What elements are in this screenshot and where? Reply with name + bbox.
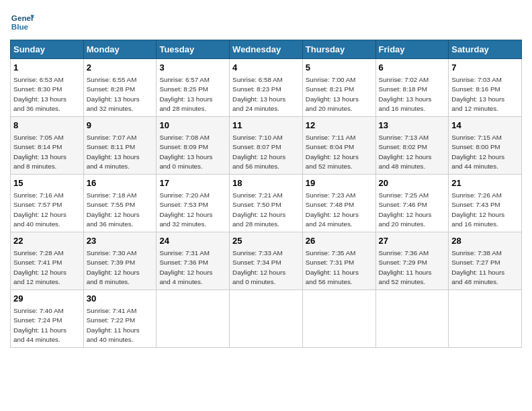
day-info: Sunrise: 7:40 AM Sunset: 7:24 PM Dayligh… <box>13 306 81 345</box>
day-number: 21 <box>451 177 519 189</box>
calendar-cell <box>302 290 375 348</box>
day-info: Sunrise: 7:30 AM Sunset: 7:39 PM Dayligh… <box>87 248 154 287</box>
calendar-table: SundayMondayTuesdayWednesdayThursdayFrid… <box>10 40 522 348</box>
day-info: Sunrise: 7:11 AM Sunset: 8:04 PM Dayligh… <box>306 133 373 171</box>
calendar-cell: 28Sunrise: 7:38 AM Sunset: 7:27 PM Dayli… <box>449 232 522 290</box>
svg-text:General: General <box>11 13 34 22</box>
day-info: Sunrise: 7:23 AM Sunset: 7:48 PM Dayligh… <box>306 191 373 229</box>
header-cell-thursday: Thursday <box>302 40 375 59</box>
day-info: Sunrise: 7:00 AM Sunset: 8:21 PM Dayligh… <box>306 75 373 113</box>
day-info: Sunrise: 6:57 AM Sunset: 8:25 PM Dayligh… <box>159 75 226 113</box>
calendar-cell: 10Sunrise: 7:08 AM Sunset: 8:09 PM Dayli… <box>157 117 230 175</box>
day-info: Sunrise: 7:36 AM Sunset: 7:29 PM Dayligh… <box>379 248 446 287</box>
day-number: 20 <box>379 177 446 189</box>
calendar-cell <box>449 290 522 348</box>
day-info: Sunrise: 7:26 AM Sunset: 7:43 PM Dayligh… <box>451 191 519 229</box>
calendar-cell <box>157 290 230 348</box>
day-number: 10 <box>159 120 226 132</box>
calendar-cell: 13Sunrise: 7:13 AM Sunset: 8:02 PM Dayli… <box>375 117 449 175</box>
day-info: Sunrise: 7:05 AM Sunset: 8:14 PM Dayligh… <box>13 133 81 171</box>
calendar-cell: 6Sunrise: 7:02 AM Sunset: 8:18 PM Daylig… <box>375 59 449 117</box>
header-cell-wednesday: Wednesday <box>230 40 303 59</box>
day-info: Sunrise: 7:25 AM Sunset: 7:46 PM Dayligh… <box>379 191 446 229</box>
header-cell-sunday: Sunday <box>11 40 84 59</box>
day-number: 22 <box>13 235 81 247</box>
day-number: 13 <box>379 120 446 132</box>
day-number: 4 <box>232 62 300 74</box>
day-number: 9 <box>87 120 154 132</box>
day-info: Sunrise: 7:16 AM Sunset: 7:57 PM Dayligh… <box>13 191 81 229</box>
day-info: Sunrise: 7:07 AM Sunset: 8:11 PM Dayligh… <box>87 133 154 171</box>
day-number: 5 <box>306 62 373 74</box>
day-info: Sunrise: 7:10 AM Sunset: 8:07 PM Dayligh… <box>232 133 300 171</box>
svg-text:Blue: Blue <box>11 22 29 31</box>
header-cell-friday: Friday <box>375 40 449 59</box>
calendar-cell: 7Sunrise: 7:03 AM Sunset: 8:16 PM Daylig… <box>449 59 522 117</box>
day-number: 12 <box>306 120 373 132</box>
calendar-cell: 5Sunrise: 7:00 AM Sunset: 8:21 PM Daylig… <box>302 59 375 117</box>
calendar-cell: 2Sunrise: 6:55 AM Sunset: 8:28 PM Daylig… <box>83 59 157 117</box>
day-info: Sunrise: 7:20 AM Sunset: 7:53 PM Dayligh… <box>159 191 226 229</box>
day-info: Sunrise: 7:08 AM Sunset: 8:09 PM Dayligh… <box>159 133 226 171</box>
day-number: 28 <box>451 235 519 247</box>
day-number: 19 <box>306 177 373 189</box>
day-info: Sunrise: 7:33 AM Sunset: 7:34 PM Dayligh… <box>232 248 300 287</box>
day-number: 25 <box>232 235 300 247</box>
day-info: Sunrise: 7:21 AM Sunset: 7:50 PM Dayligh… <box>232 191 300 229</box>
calendar-cell: 3Sunrise: 6:57 AM Sunset: 8:25 PM Daylig… <box>157 59 230 117</box>
calendar-cell: 12Sunrise: 7:11 AM Sunset: 8:04 PM Dayli… <box>302 117 375 175</box>
calendar-cell: 8Sunrise: 7:05 AM Sunset: 8:14 PM Daylig… <box>11 117 84 175</box>
day-number: 17 <box>159 177 226 189</box>
calendar-cell: 18Sunrise: 7:21 AM Sunset: 7:50 PM Dayli… <box>230 175 303 232</box>
day-info: Sunrise: 7:35 AM Sunset: 7:31 PM Dayligh… <box>306 248 373 287</box>
calendar-cell: 30Sunrise: 7:41 AM Sunset: 7:22 PM Dayli… <box>83 290 157 348</box>
day-number: 16 <box>87 177 154 189</box>
day-number: 8 <box>13 120 81 132</box>
header-cell-tuesday: Tuesday <box>157 40 230 59</box>
calendar-cell <box>375 290 449 348</box>
logo: General Blue <box>10 10 34 34</box>
day-number: 27 <box>379 235 446 247</box>
week-row-4: 22Sunrise: 7:28 AM Sunset: 7:41 PM Dayli… <box>11 232 522 290</box>
calendar-cell: 14Sunrise: 7:15 AM Sunset: 8:00 PM Dayli… <box>449 117 522 175</box>
calendar-cell: 27Sunrise: 7:36 AM Sunset: 7:29 PM Dayli… <box>375 232 449 290</box>
calendar-cell: 19Sunrise: 7:23 AM Sunset: 7:48 PM Dayli… <box>302 175 375 232</box>
calendar-cell: 11Sunrise: 7:10 AM Sunset: 8:07 PM Dayli… <box>230 117 303 175</box>
page-header: General Blue <box>10 10 522 34</box>
calendar-cell: 20Sunrise: 7:25 AM Sunset: 7:46 PM Dayli… <box>375 175 449 232</box>
day-info: Sunrise: 7:02 AM Sunset: 8:18 PM Dayligh… <box>379 75 446 113</box>
day-number: 23 <box>87 235 154 247</box>
day-info: Sunrise: 7:18 AM Sunset: 7:55 PM Dayligh… <box>87 191 154 229</box>
week-row-3: 15Sunrise: 7:16 AM Sunset: 7:57 PM Dayli… <box>11 175 522 232</box>
calendar-cell: 26Sunrise: 7:35 AM Sunset: 7:31 PM Dayli… <box>302 232 375 290</box>
calendar-cell: 17Sunrise: 7:20 AM Sunset: 7:53 PM Dayli… <box>157 175 230 232</box>
day-info: Sunrise: 7:38 AM Sunset: 7:27 PM Dayligh… <box>451 248 519 287</box>
header-row: SundayMondayTuesdayWednesdayThursdayFrid… <box>11 40 522 59</box>
calendar-cell: 4Sunrise: 6:58 AM Sunset: 8:23 PM Daylig… <box>230 59 303 117</box>
calendar-cell <box>230 290 303 348</box>
logo-icon: General Blue <box>10 10 34 34</box>
calendar-cell: 25Sunrise: 7:33 AM Sunset: 7:34 PM Dayli… <box>230 232 303 290</box>
day-info: Sunrise: 7:03 AM Sunset: 8:16 PM Dayligh… <box>451 75 519 113</box>
calendar-cell: 15Sunrise: 7:16 AM Sunset: 7:57 PM Dayli… <box>11 175 84 232</box>
day-number: 18 <box>232 177 300 189</box>
day-number: 3 <box>159 62 226 74</box>
day-info: Sunrise: 7:41 AM Sunset: 7:22 PM Dayligh… <box>87 306 154 345</box>
week-row-5: 29Sunrise: 7:40 AM Sunset: 7:24 PM Dayli… <box>11 290 522 348</box>
calendar-cell: 1Sunrise: 6:53 AM Sunset: 8:30 PM Daylig… <box>11 59 84 117</box>
calendar-cell: 16Sunrise: 7:18 AM Sunset: 7:55 PM Dayli… <box>83 175 157 232</box>
day-number: 30 <box>87 293 154 305</box>
week-row-1: 1Sunrise: 6:53 AM Sunset: 8:30 PM Daylig… <box>11 59 522 117</box>
day-number: 1 <box>13 62 81 74</box>
calendar-cell: 22Sunrise: 7:28 AM Sunset: 7:41 PM Dayli… <box>11 232 84 290</box>
day-number: 24 <box>159 235 226 247</box>
header-cell-monday: Monday <box>83 40 157 59</box>
calendar-cell: 9Sunrise: 7:07 AM Sunset: 8:11 PM Daylig… <box>83 117 157 175</box>
day-number: 11 <box>232 120 300 132</box>
header-cell-saturday: Saturday <box>449 40 522 59</box>
calendar-cell: 23Sunrise: 7:30 AM Sunset: 7:39 PM Dayli… <box>83 232 157 290</box>
day-info: Sunrise: 7:13 AM Sunset: 8:02 PM Dayligh… <box>379 133 446 171</box>
day-info: Sunrise: 7:31 AM Sunset: 7:36 PM Dayligh… <box>159 248 226 287</box>
day-info: Sunrise: 6:58 AM Sunset: 8:23 PM Dayligh… <box>232 75 300 113</box>
calendar-cell: 21Sunrise: 7:26 AM Sunset: 7:43 PM Dayli… <box>449 175 522 232</box>
